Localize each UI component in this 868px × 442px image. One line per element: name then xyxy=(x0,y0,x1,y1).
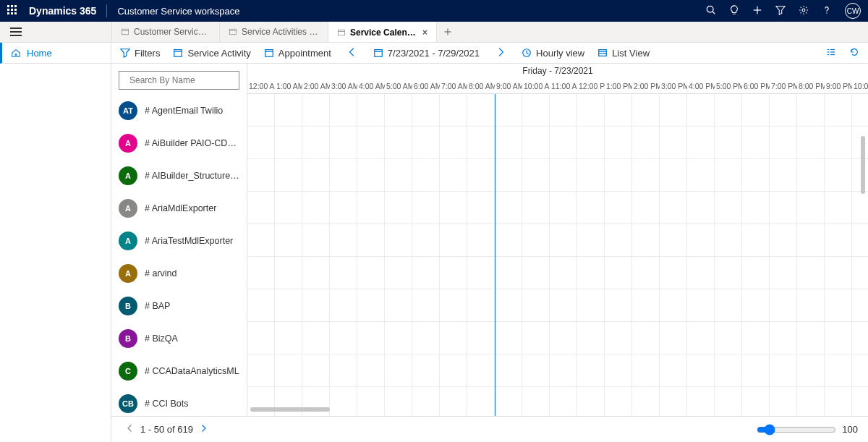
timeline-pane: Friday - 7/23/2021 12:00 AM1:00 AM2:00 A… xyxy=(247,64,868,416)
gear-icon[interactable] xyxy=(799,5,809,17)
hourly-view-label: Hourly view xyxy=(536,48,584,59)
nav-home[interactable]: Home xyxy=(0,43,111,64)
nav-home-label: Home xyxy=(27,48,52,59)
resource-avatar: A xyxy=(119,231,137,250)
search-icon[interactable] xyxy=(706,5,716,17)
timeline-row[interactable] xyxy=(247,127,868,159)
next-range-button[interactable] xyxy=(493,46,509,61)
resource-name: # arvind xyxy=(145,268,176,279)
resource-row[interactable]: C# CCADataAnalyticsML xyxy=(111,354,247,387)
hour-label: 8:00 AM xyxy=(467,78,495,93)
plus-icon[interactable] xyxy=(752,5,762,17)
refresh-icon[interactable] xyxy=(849,47,859,59)
filters-label: Filters xyxy=(135,48,160,59)
resource-name: # CCI Bots xyxy=(145,399,188,409)
user-avatar[interactable]: CW xyxy=(845,3,861,19)
resource-row[interactable]: B# BizQA xyxy=(111,322,247,354)
zoom-slider[interactable] xyxy=(757,424,836,435)
resource-name: # AgentEmail Twilio xyxy=(145,106,223,116)
horizontal-scrollbar[interactable] xyxy=(250,407,467,413)
timeline-grid[interactable] xyxy=(247,94,868,416)
resource-row[interactable]: AT# AgentEmail Twilio xyxy=(111,94,247,127)
date-range-picker[interactable]: 7/23/2021 - 7/29/2021 xyxy=(373,48,480,59)
resource-avatar: CB xyxy=(119,394,137,413)
service-activity-button[interactable]: Service Activity xyxy=(173,48,250,59)
hourly-view-button[interactable]: Hourly view xyxy=(522,48,584,59)
svg-rect-21 xyxy=(599,50,607,56)
pager-text: 1 - 50 of 619 xyxy=(140,424,193,435)
timeline-row[interactable] xyxy=(247,322,868,354)
timeline-row[interactable] xyxy=(247,94,868,127)
timeline-row[interactable] xyxy=(247,289,868,322)
hour-label: 7:00 AM xyxy=(440,78,467,93)
hour-label: 4:00 PM xyxy=(687,78,715,93)
resource-row[interactable]: A# AIBuilder_StructuredML_PrePr xyxy=(111,159,247,192)
resource-row[interactable]: B# BAP xyxy=(111,289,247,322)
vertical-scrollbar[interactable] xyxy=(861,136,867,266)
resource-row[interactable]: A# arvind xyxy=(111,257,247,289)
hour-label: 1:00 AM xyxy=(275,78,302,93)
pager-next[interactable] xyxy=(199,424,208,435)
help-icon[interactable] xyxy=(822,5,832,17)
prev-range-button[interactable] xyxy=(344,46,360,61)
hour-label: 2:00 PM xyxy=(632,78,660,93)
resource-pane: AT# AgentEmail TwilioA# AiBuilder PAIO-C… xyxy=(111,64,247,416)
top-navigation-bar: Dynamics 365 Customer Service workspace … xyxy=(0,0,868,22)
tab-label: Service Activities M... xyxy=(242,27,319,37)
footer-bar: 1 - 50 of 619 100 xyxy=(111,416,868,442)
timeline-row[interactable] xyxy=(247,192,868,224)
zoom-value: 100 xyxy=(842,424,858,435)
appointment-button[interactable]: Appointment xyxy=(264,48,331,59)
resource-avatar: C xyxy=(119,362,137,381)
divider xyxy=(106,4,107,17)
entity-icon xyxy=(337,28,346,37)
tab-strip: Customer Service A...Service Activities … xyxy=(0,22,868,43)
timeline-row[interactable] xyxy=(247,159,868,192)
svg-point-5 xyxy=(826,12,827,13)
tab-service-calendar[interactable]: Service Calendar× xyxy=(328,22,437,42)
resource-row[interactable]: CB# CCI Bots xyxy=(111,387,247,416)
filters-button[interactable]: Filters xyxy=(120,48,160,59)
resource-name: # AiBuilder PAIO-CDS Tip NonProd xyxy=(145,138,239,148)
resource-name: # CCADataAnalyticsML xyxy=(145,366,239,376)
tab-label: Service Calendar xyxy=(350,27,418,38)
hamburger-menu[interactable] xyxy=(0,22,32,42)
day-header: Friday - 7/23/2021 xyxy=(247,64,868,78)
tab-service-activities-m[interactable]: Service Activities M... xyxy=(220,22,328,42)
resource-avatar: A xyxy=(119,134,137,153)
timeline-row[interactable] xyxy=(247,354,868,387)
legend-icon[interactable] xyxy=(826,47,836,59)
svg-rect-10 xyxy=(339,30,345,35)
timeline-row[interactable] xyxy=(247,257,868,289)
home-icon xyxy=(11,48,21,58)
resource-name: # BAP xyxy=(145,301,170,311)
resource-avatar: B xyxy=(119,329,137,348)
pager-prev[interactable] xyxy=(126,424,135,435)
close-icon[interactable]: × xyxy=(422,27,427,38)
calendar-icon xyxy=(173,48,183,58)
list-view-label: List View xyxy=(612,48,650,59)
filter-icon[interactable] xyxy=(775,5,786,17)
hour-label: 12:00 PM xyxy=(577,78,605,93)
resource-search[interactable] xyxy=(119,71,239,90)
svg-rect-8 xyxy=(230,29,237,35)
appointment-label: Appointment xyxy=(278,48,331,59)
calendar-icon xyxy=(264,48,274,58)
list-view-button[interactable]: List View xyxy=(597,48,650,59)
hour-label: 7:00 PM xyxy=(770,78,797,93)
resource-row[interactable]: A# AiBuilder PAIO-CDS Tip NonProd xyxy=(111,127,247,159)
resource-row[interactable]: A# AriaTestMdlExporter xyxy=(111,224,247,257)
lightbulb-icon[interactable] xyxy=(729,5,739,17)
command-bar: Filters Service Activity Appointment 7/2… xyxy=(111,43,868,64)
hour-label: 1:00 PM xyxy=(605,78,632,93)
hour-label: 2:00 AM xyxy=(302,78,330,93)
resource-row[interactable]: A# AriaMdlExporter xyxy=(111,192,247,224)
hour-label: 9:00 AM xyxy=(495,78,522,93)
app-launcher-icon[interactable] xyxy=(7,5,19,17)
entity-icon xyxy=(229,27,237,36)
timeline-row[interactable] xyxy=(247,224,868,257)
hour-label: 3:00 AM xyxy=(330,78,357,93)
tab-customer-service-a[interactable]: Customer Service A... xyxy=(111,22,220,42)
new-tab-button[interactable] xyxy=(437,22,459,42)
resource-search-input[interactable] xyxy=(129,75,238,85)
